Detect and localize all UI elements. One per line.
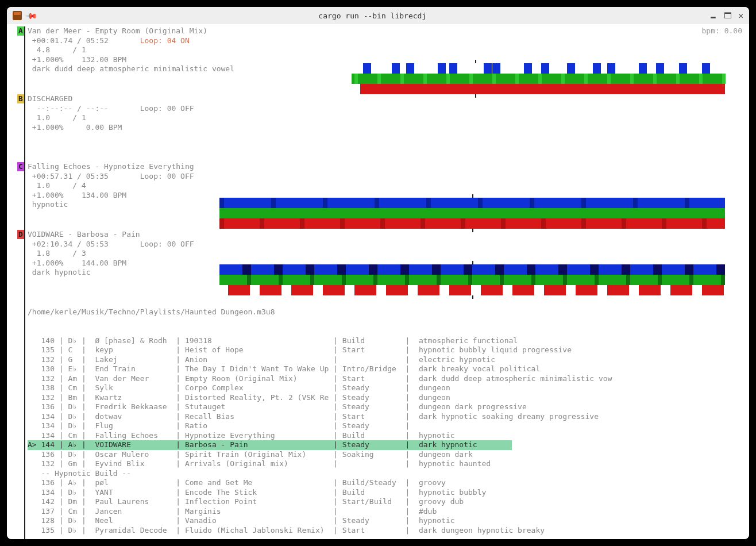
playlist-row[interactable]: 132 | Gm | Eyvind Blix | Arrivals (Origi… [28,459,749,469]
deck-label-A: A [17,26,24,36]
deck-label-D: D [17,230,24,239]
wave-red [352,84,725,94]
wave-green [352,74,725,84]
deck-row3: 1.0 / 1 [28,113,749,123]
playlist-row[interactable]: 134 | D♭ | Flug | Ratio | Steady | [28,421,749,431]
playlist-row[interactable]: 136 | D♭ | Oscar Mulero | Spirit Train (… [28,450,749,460]
deck-title: DISCHARGED [28,94,749,104]
playlist-row[interactable]: 134 | D♭ | YANT | Encode The Stick | Bui… [28,488,749,498]
maximize-icon[interactable]: 🗖 [724,11,732,20]
minimize-icon[interactable]: 🗕 [709,11,717,20]
waveform-A[interactable] [352,63,725,94]
wave-blue [219,198,725,208]
deck-title: Falling Echoes - Hypnotize Everything [28,162,749,172]
titlebar[interactable]: 📌 cargo run --bin librecdj 🗕 🗖 ✕ [7,7,749,24]
playlist-row[interactable]: 130 | E♭ | End Train | The Day I Didn't … [28,364,749,374]
loop-status: Loop: 04 ON [140,36,190,45]
deck-label-B: B [17,94,24,103]
deck-B[interactable]: B DISCHARGED --:--:-- / --:-- Loop: 00 O… [7,94,749,157]
deck-bpm-row: +1.000% 0.00 BPM [28,123,749,133]
deck-title: VOIDWARE - Barbosa - Pain [28,230,749,240]
deck-title: Van der Meer - Empty Room (Original Mix) [28,26,749,36]
app-window: 📌 cargo run --bin librecdj 🗕 🗖 ✕ bpm: 0.… [7,7,749,539]
wave-green [219,275,725,285]
playlist-row[interactable]: 135 | C | keyp | Heist of Hope | Start |… [28,345,749,355]
playlist-row[interactable]: 137 | Cm | Jancen | Marginis | | #dub [28,507,749,517]
playlist-row[interactable]: 134 | Cm | Falling Echoes | Hypnotize Ev… [28,431,749,441]
playlist[interactable]: /home/kerle/Musik/Techno/Playlists/Haunt… [7,289,749,539]
playlist-divider: -- Hypnotic Build -- [28,469,749,479]
playlist-row[interactable]: 132 | Am | Van der Meer | Empty Room (Or… [28,374,749,384]
close-icon[interactable]: ✕ [739,11,743,20]
playlist-row[interactable]: 136 | D♭ | Fredrik Bekkaase | Stutauget … [28,402,749,412]
deck-time-row: +00:57.31 / 05:35 Loop: 00 OFF [28,172,749,182]
playlist-row[interactable]: 138 | Cm | Sylk | Corpo Complex | Steady… [28,383,749,393]
wave-red [219,285,725,295]
window-title: cargo run --bin librecdj [36,11,709,20]
deck-row3: 4.8 / 1 [28,45,749,55]
deck-time-row: --:--:-- / --:-- Loop: 00 OFF [28,104,749,114]
deck-time-row: +02:10.34 / 05:53 Loop: 00 OFF [28,240,749,249]
playlist-row[interactable]: 142 | Dm | Paul Laurens | Inflection Poi… [28,497,749,507]
content-area: bpm: 0.00 A Van der Meer - Empty Room (O… [7,24,749,539]
loop-status: Loop: 00 OFF [140,104,194,113]
deck-row3: 1.0 / 4 [28,181,749,191]
deck-label-C: C [17,162,24,171]
playlist-row[interactable]: A> 144 | A♭ | VOIDWARE | Barbosa - Pain … [28,440,512,450]
loop-status: Loop: 00 OFF [140,240,194,248]
wave-blue [219,264,725,275]
deck-time-row: +00:01.74 / 05:52 Loop: 04 ON [28,36,749,46]
wave-red [219,218,725,229]
playlist-row[interactable]: 128 | D♭ | Neel | Vanadio | Steady | hyp… [28,516,749,526]
playlist-path: /home/kerle/Musik/Techno/Playlists/Haunt… [28,307,749,317]
wave-green [219,208,725,218]
playlist-row[interactable]: 136 | A♭ | pøl | Come and Get Me | Build… [28,478,749,488]
playlist-row[interactable]: 140 | D♭ | Ø [phase] & Rodh | 190318 | B… [28,336,749,346]
playlist-row[interactable]: 132 | Bm | Kwartz | Distorted Reality, P… [28,393,749,403]
playlist-row[interactable]: 132 | G | Lakej | Anion | | electric hyp… [28,355,749,365]
wave-blue [352,63,725,74]
app-icon [13,11,22,20]
playlist-row[interactable]: 135 | D♭ | Pyramidal Decode | Fluido (Mi… [28,526,749,536]
waveform-C[interactable] [219,198,725,229]
playlist-row[interactable]: 134 | D♭ | dotwav | Recall Bias | Start … [28,412,749,422]
waveform-D[interactable] [219,264,725,295]
loop-status: Loop: 00 OFF [140,172,194,180]
deck-row3: 1.8 / 3 [28,249,749,259]
